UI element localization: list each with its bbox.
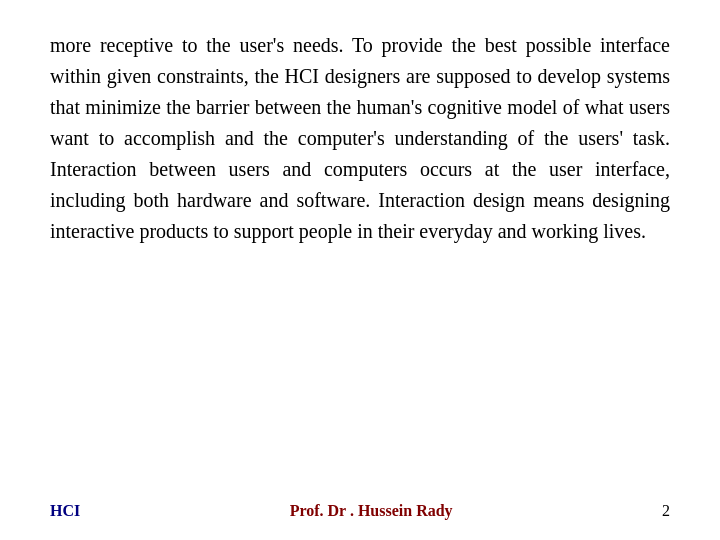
footer: HCI Prof. Dr . Hussein Rady 2 — [50, 492, 670, 520]
main-paragraph: more receptive to the user's needs. To p… — [50, 30, 670, 247]
footer-left-label: HCI — [50, 502, 80, 520]
footer-page-number: 2 — [662, 502, 670, 520]
footer-center-label: Prof. Dr . Hussein Rady — [290, 502, 453, 520]
slide-container: more receptive to the user's needs. To p… — [0, 0, 720, 540]
main-content: more receptive to the user's needs. To p… — [50, 30, 670, 482]
